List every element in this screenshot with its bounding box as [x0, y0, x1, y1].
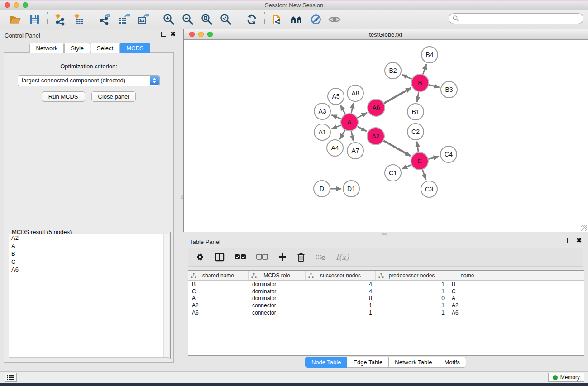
result-item[interactable]: B [9, 250, 169, 258]
import-table-icon[interactable] [72, 12, 86, 27]
result-item[interactable]: A [9, 242, 169, 250]
column-header-MCDS-role[interactable]: MCDS role [249, 271, 306, 280]
table-row[interactable]: Cdominator41C [188, 288, 584, 295]
node-C2[interactable]: C2 [407, 124, 424, 140]
close-table-panel-icon[interactable]: ✖ [576, 238, 582, 243]
zoom-selected-icon[interactable] [219, 12, 233, 27]
node-A[interactable]: A [341, 114, 358, 131]
edge-A-A1[interactable] [332, 125, 341, 129]
node-B3[interactable]: B3 [441, 81, 457, 98]
node-B1[interactable]: B1 [407, 104, 424, 120]
mcds-result-list[interactable]: A2ABCA6 [9, 234, 169, 358]
node-A2[interactable]: A2 [367, 128, 384, 145]
select-all-checkboxes-icon[interactable] [234, 254, 246, 260]
table-settings-gear-icon[interactable] [196, 253, 205, 262]
document-share-icon[interactable] [270, 12, 285, 27]
tab-style[interactable]: Style [64, 43, 90, 53]
node-B2[interactable]: B2 [385, 62, 401, 79]
edge-A-A3[interactable] [331, 115, 341, 119]
column-header-successor-nodes[interactable]: successor nodes [306, 271, 376, 280]
edge-A6-B[interactable] [384, 88, 411, 103]
node-C4[interactable]: C4 [440, 146, 457, 162]
split-columns-icon[interactable] [215, 253, 225, 262]
open-folder-icon[interactable] [8, 12, 23, 27]
network-window-titlebar[interactable]: testGlobe.txt [184, 29, 588, 40]
node-A5[interactable]: A5 [328, 88, 344, 105]
tab-mcds[interactable]: MCDS [120, 43, 150, 53]
import-network-icon[interactable] [53, 12, 67, 27]
delete-trash-icon[interactable] [297, 253, 305, 262]
horizontal-splitter-handle[interactable] [382, 233, 387, 235]
tab-network[interactable]: Network [29, 43, 64, 53]
tab-edge-table[interactable]: Edge Table [347, 357, 389, 368]
memory-button[interactable]: Memory [548, 373, 584, 382]
edge-C-C4[interactable] [428, 157, 439, 159]
edge-B-B2[interactable] [402, 75, 412, 79]
edge-C-C3[interactable] [422, 170, 426, 180]
table-row[interactable]: A6connector11A6 [188, 309, 584, 316]
table-row[interactable]: Adominator80A [188, 295, 584, 302]
zoom-out-icon[interactable] [181, 12, 195, 27]
edge-A-A6[interactable] [358, 113, 367, 118]
edge-A-A2[interactable] [358, 126, 367, 131]
table-row[interactable]: A2connector11A2 [188, 302, 584, 309]
edge-B-B3[interactable] [429, 85, 439, 87]
home-houses-icon[interactable] [289, 12, 304, 27]
resize-grip-icon[interactable] [581, 225, 587, 231]
node-D1[interactable]: D1 [343, 181, 359, 197]
criterion-select[interactable]: largest connected component (directed) [18, 75, 160, 86]
deselect-all-checkboxes-icon[interactable] [256, 254, 268, 260]
export-network-icon[interactable] [98, 12, 112, 27]
network-canvas[interactable]: B4B2BB3A5A8A6B1A3AC2A1A2A4A7C4CC1C3DD1 [184, 40, 588, 232]
float-panel-icon[interactable] [161, 32, 166, 37]
edge-C-C1[interactable] [402, 165, 411, 169]
search-input[interactable] [449, 13, 583, 24]
zoom-fit-icon[interactable] [200, 12, 214, 27]
column-header-predecessor-nodes[interactable]: predecessor nodes [376, 271, 448, 280]
save-floppy-icon[interactable] [27, 12, 42, 27]
float-table-panel-icon[interactable] [567, 238, 572, 243]
run-mcds-button[interactable]: Run MCDS [42, 91, 85, 102]
task-history-button[interactable] [5, 373, 17, 382]
style-slash-icon[interactable] [308, 12, 323, 27]
node-A6[interactable]: A6 [368, 99, 385, 116]
result-item[interactable]: A6 [9, 266, 169, 274]
eye-icon[interactable] [327, 12, 342, 27]
node-C3[interactable]: C3 [421, 181, 437, 197]
add-column-plus-icon[interactable] [278, 253, 287, 262]
node-A7[interactable]: A7 [347, 143, 363, 159]
node-C[interactable]: C [411, 152, 428, 170]
network-graph[interactable]: B4B2BB3A5A8A6B1A3AC2A1A2A4A7C4CC1C3DD1 [184, 40, 588, 232]
node-table[interactable]: shared nameMCDS rolesuccessor nodesprede… [188, 270, 584, 356]
node-D[interactable]: D [314, 181, 330, 197]
result-item[interactable]: A2 [9, 234, 169, 242]
edge-B-B4[interactable] [423, 64, 426, 74]
node-B[interactable]: B [411, 74, 429, 91]
edge-A-A8[interactable] [351, 103, 354, 114]
node-A3[interactable]: A3 [314, 103, 330, 119]
tab-node-table[interactable]: Node Table [305, 357, 348, 368]
tab-motifs[interactable]: Motifs [438, 357, 466, 368]
export-image-icon[interactable] [136, 12, 150, 27]
export-table-icon[interactable] [117, 12, 131, 27]
result-item[interactable]: C [9, 258, 169, 266]
node-C1[interactable]: C1 [385, 165, 401, 181]
column-header-name[interactable]: name [448, 271, 487, 280]
tab-select[interactable]: Select [91, 43, 120, 53]
node-A4[interactable]: A4 [327, 140, 343, 156]
edge-A-A5[interactable] [340, 105, 345, 114]
edge-B-B1[interactable] [417, 92, 419, 102]
tab-network-table[interactable]: Network Table [389, 357, 438, 368]
edge-A2-C[interactable] [383, 141, 411, 156]
node-A8[interactable]: A8 [347, 85, 363, 101]
node-B4[interactable]: B4 [421, 47, 438, 63]
edge-C-C2[interactable] [417, 142, 418, 152]
edge-A-A4[interactable] [340, 130, 345, 139]
close-panel-button[interactable]: Close panel [91, 91, 136, 102]
refresh-icon[interactable] [244, 12, 259, 27]
result-list-scrollbar[interactable] [163, 234, 169, 357]
edge-A-A7[interactable] [351, 131, 354, 141]
close-panel-icon[interactable]: ✖ [170, 32, 176, 37]
table-row[interactable]: Bdominator41B [188, 281, 584, 288]
node-A1[interactable]: A1 [314, 124, 330, 140]
